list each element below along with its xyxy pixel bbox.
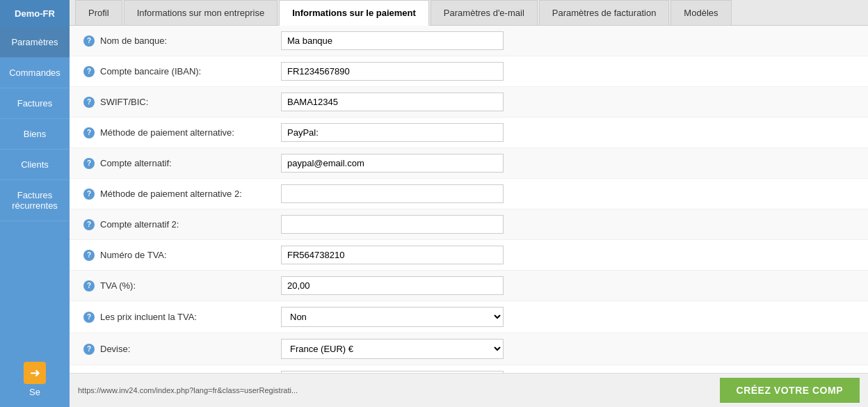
input-swift[interactable] — [281, 93, 504, 111]
input-compte-alt2[interactable] — [281, 215, 504, 234]
help-icon-iban[interactable]: ? — [83, 66, 95, 77]
main-content: Profil Informations sur mon entreprise I… — [70, 0, 868, 407]
sidebar-item-commandes[interactable]: Commandes — [0, 58, 70, 88]
sidebar-header: Demo-FR — [0, 0, 70, 27]
form-row-iban: ?Compte bancaire (IBAN): — [70, 56, 868, 87]
form-row-nom-banque: ?Nom de banque: — [70, 26, 868, 56]
input-numero-tva[interactable] — [281, 246, 504, 264]
sidebar-item-factures[interactable]: Factures — [0, 88, 70, 119]
tab-modeles[interactable]: Modèles — [670, 0, 731, 25]
help-icon-methode-alt[interactable]: ? — [83, 127, 95, 138]
label-compte-alt: Compte alternatif: — [100, 158, 281, 168]
input-compte-alt[interactable] — [281, 154, 504, 173]
form-row-compte-alt: ?Compte alternatif: — [70, 148, 868, 179]
label-prix-tva: Les prix incluent la TVA: — [100, 312, 281, 322]
input-methode-alt2[interactable] — [281, 184, 504, 203]
help-icon-compte-alt[interactable]: ? — [83, 158, 95, 169]
input-nom-banque[interactable] — [281, 31, 504, 50]
tab-profil[interactable]: Profil — [75, 0, 122, 25]
form-row-tva-percent: ?TVA (%): — [70, 271, 868, 301]
help-icon-prix-tva[interactable]: ? — [83, 312, 95, 323]
sidebar-item-parametres[interactable]: Paramètres — [0, 27, 70, 58]
label-nom-banque: Nom de banque: — [100, 35, 281, 46]
tab-email[interactable]: Paramètres d'e-mail — [431, 0, 538, 25]
sidebar-logout[interactable]: ➜ Se — [0, 352, 70, 407]
input-tva-percent[interactable] — [281, 276, 504, 295]
label-devise: Devise: — [100, 344, 281, 354]
tab-facturation[interactable]: Paramètres de facturation — [539, 0, 670, 25]
sidebar-item-factures-recurrentes[interactable]: Factures récurrentes — [0, 180, 70, 221]
help-icon-swift[interactable]: ? — [83, 97, 95, 108]
label-tva-percent: TVA (%): — [100, 280, 281, 291]
form-row-compte-alt2: ?Compte alternatif 2: — [70, 209, 868, 240]
select-devise[interactable]: France (EUR) €USD $GBP £ — [281, 339, 504, 359]
bottom-bar: https://www.inv24.com/index.php?lang=fr&… — [70, 373, 868, 407]
sidebar-item-biens[interactable]: Biens — [0, 119, 70, 150]
label-numero-tva: Numéro de TVA: — [100, 250, 281, 260]
input-iban[interactable] — [281, 62, 504, 81]
label-compte-alt2: Compte alternatif 2: — [100, 219, 281, 230]
help-icon-devise[interactable]: ? — [83, 344, 95, 355]
form-row-swift: ?SWIFT/BIC: — [70, 87, 868, 118]
form-row-format-date: ?Format de date:France - dd/mm/yyyyUSA -… — [70, 365, 868, 373]
cta-button[interactable]: CRÉEZ VOTRE COMP — [720, 378, 860, 403]
help-icon-methode-alt2[interactable]: ? — [83, 189, 95, 200]
form-content: ?Nom de banque:?Compte bancaire (IBAN):?… — [70, 26, 868, 373]
select-prix-tva[interactable]: NonOui — [281, 307, 504, 327]
form-row-numero-tva: ?Numéro de TVA: — [70, 240, 868, 271]
tab-paiement[interactable]: Informations sur le paiement — [279, 0, 429, 26]
sidebar: Demo-FR Paramètres Commandes Factures Bi… — [0, 0, 70, 407]
label-methode-alt: Méthode de paiement alternative: — [100, 127, 281, 138]
input-methode-alt[interactable] — [281, 123, 504, 142]
form-row-prix-tva: ?Les prix incluent la TVA:NonOui — [70, 301, 868, 333]
help-icon-compte-alt2[interactable]: ? — [83, 219, 95, 230]
logout-icon: ➜ — [24, 362, 46, 384]
help-icon-numero-tva[interactable]: ? — [83, 250, 95, 261]
label-iban: Compte bancaire (IBAN): — [100, 66, 281, 77]
label-methode-alt2: Méthode de paiement alternative 2: — [100, 189, 281, 199]
sidebar-item-clients[interactable]: Clients — [0, 150, 70, 180]
help-icon-tva-percent[interactable]: ? — [83, 280, 95, 292]
tab-entreprise[interactable]: Informations sur mon entreprise — [124, 0, 278, 25]
tabs-bar: Profil Informations sur mon entreprise I… — [70, 0, 868, 26]
form-row-methode-alt2: ?Méthode de paiement alternative 2: — [70, 179, 868, 209]
form-row-methode-alt: ?Méthode de paiement alternative: — [70, 118, 868, 148]
form-row-devise: ?Devise:France (EUR) €USD $GBP £ — [70, 333, 868, 365]
status-url: https://www.inv24.com/index.php?lang=fr&… — [78, 386, 298, 394]
label-swift: SWIFT/BIC: — [100, 97, 281, 107]
help-icon-nom-banque[interactable]: ? — [83, 35, 95, 47]
